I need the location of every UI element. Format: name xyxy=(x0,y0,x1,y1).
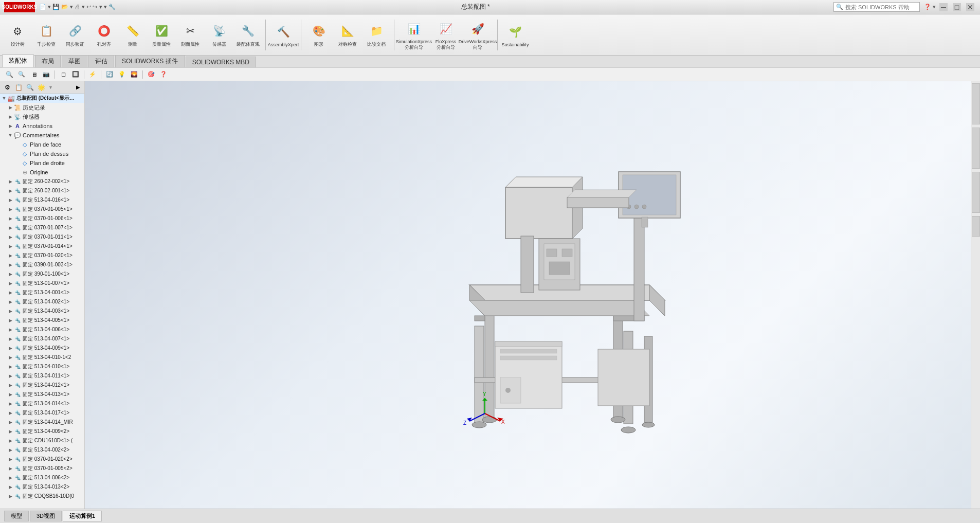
tree-root-node[interactable]: ▼ 🏭 总装配图 (Défaut<显示状态 xyxy=(0,94,84,103)
tree-history-node[interactable]: ▶ 📜 历史记录 xyxy=(0,103,84,112)
tree-part-16[interactable]: ▶ 🔩 固定 513-04-005<1> xyxy=(0,316,84,325)
right-panel-btn-1[interactable] xyxy=(972,83,980,124)
tree-part-34[interactable]: ▶ 🔩 固定 513-04-013<2> xyxy=(0,482,84,492)
tree-part-22[interactable]: ▶ 🔩 固定 513-04-011<1> xyxy=(0,371,84,381)
render-button[interactable]: 🎯 xyxy=(146,69,156,80)
tree-part-19[interactable]: ▶ 🔩 固定 513-04-009<1> xyxy=(0,344,84,353)
tree-part-33[interactable]: ▶ 🔩 固定 513-04-006<2> xyxy=(0,473,84,482)
toolbar-driveworks[interactable]: 🚀 DriveWorksXpress 向导 xyxy=(462,17,493,52)
tree-sensor-node[interactable]: ▶ 📡 传感器 xyxy=(0,112,84,121)
tree-part-18[interactable]: ▶ 🔩 固定 513-04-007<1> xyxy=(0,334,84,344)
tree-part-25[interactable]: ▶ 🔩 固定 513-04-014<1> xyxy=(0,399,84,408)
tree-part-label: 固定 260-02-001<1> xyxy=(23,187,69,194)
tree-part-3[interactable]: ▶ 🔩 固定 513-04-016<1> xyxy=(0,195,84,205)
tree-part-1[interactable]: ▶ 🔩 固定 260-02-002<1> xyxy=(0,177,84,186)
toolbar-floxpress[interactable]: 📈 FloXpress 分析向导 xyxy=(431,17,460,52)
tree-part-17[interactable]: ▶ 🔩 固定 513-04-006<1> xyxy=(0,325,84,334)
tree-part-6[interactable]: ▶ 🔩 固定 0370-01-007<1> xyxy=(0,223,84,232)
3d-viewport[interactable]: X Y Z xyxy=(85,81,971,509)
tree-plan-droite-node[interactable]: ◇ Plan de droite xyxy=(0,158,84,168)
toolbar-assembly[interactable]: 🔧 装配体直观 xyxy=(234,17,261,52)
search-box[interactable]: 🔍 xyxy=(833,2,920,12)
right-panel-btn-3[interactable] xyxy=(972,172,980,213)
toolbar-symmetry[interactable]: 📐 对称检查 xyxy=(334,17,361,52)
tree-part-15[interactable]: ▶ 🔩 固定 513-04-003<1> xyxy=(0,306,84,316)
toolbar-quality[interactable]: ✅ 质量属性 xyxy=(148,17,175,52)
tree-part-13[interactable]: ▶ 🔩 固定 513-04-001<1> xyxy=(0,288,84,297)
config-icon-btn[interactable]: 🔍 xyxy=(25,82,35,93)
search-input[interactable] xyxy=(845,4,917,10)
tree-plan-face-label: Plan de face xyxy=(30,141,61,148)
tree-part-8[interactable]: ▶ 🔩 固定 0370-01-014<1> xyxy=(0,242,84,251)
tab-3dview[interactable]: 3D视图 xyxy=(30,511,62,521)
tree-part-11[interactable]: ▶ 🔩 固定 390-01-100<1> xyxy=(0,269,84,279)
toolbar-sync[interactable]: 🔗 同步验证 xyxy=(62,17,88,52)
toolbar-check[interactable]: 📋 千步检查 xyxy=(33,17,60,52)
toolbar-sustainability[interactable]: 🌱 Sustainability xyxy=(502,17,529,52)
tab-motion[interactable]: 运动算例1 xyxy=(63,511,102,521)
sidebar-collapse-btn[interactable]: ▶ xyxy=(74,83,82,92)
tree-part-20[interactable]: ▶ 🔩 固定 513-04-010-1<2 xyxy=(0,353,84,362)
toolbar-compare[interactable]: 📁 比较文档 xyxy=(363,17,390,52)
light-button[interactable]: 💡 xyxy=(117,69,127,80)
tab-assembly[interactable]: 装配体 xyxy=(2,55,34,67)
display-style-button[interactable]: ⚡ xyxy=(87,69,98,80)
tree-plan-face-node[interactable]: ◇ Plan de face xyxy=(0,140,84,149)
tree-part-23[interactable]: ▶ 🔩 固定 513-04-012<1> xyxy=(0,381,84,390)
scene-button[interactable]: 🌄 xyxy=(129,69,139,80)
toolbar-measure[interactable]: 📏 测量 xyxy=(119,17,146,52)
tree-part-27[interactable]: ▶ 🔩 固定 513-04-014_MIR xyxy=(0,418,84,427)
tree-part-9[interactable]: ▶ 🔩 固定 0370-01-020<1> xyxy=(0,251,84,260)
tab-layout[interactable]: 布局 xyxy=(35,55,61,67)
tab-solidworks-plugins[interactable]: SOLIDWORKS 插件 xyxy=(115,55,185,67)
tab-evaluate[interactable]: 评估 xyxy=(88,55,114,67)
maximize-button[interactable]: □ xyxy=(953,3,961,11)
part-icon: 🔩 xyxy=(13,363,22,371)
tree-part-29[interactable]: ▶ 🔩 固定 CDU1610D<1> ( xyxy=(0,436,84,445)
tab-sketch[interactable]: 草图 xyxy=(62,55,87,67)
minimize-button[interactable]: ─ xyxy=(939,3,948,11)
tree-part-2[interactable]: ▶ 🔩 固定 260-02-001<1> xyxy=(0,186,84,195)
tree-part-5[interactable]: ▶ 🔩 固定 0370-01-006<1> xyxy=(0,214,84,223)
property-icon-btn[interactable]: 📋 xyxy=(13,82,24,93)
help-button[interactable]: ❓ xyxy=(158,69,169,80)
toolbar-sensor[interactable]: 📡 传感器 xyxy=(206,17,232,52)
zoom-out-button[interactable]: 🔍 xyxy=(16,69,27,80)
tree-part-7[interactable]: ▶ 🔩 固定 0370-01-011<1> xyxy=(0,232,84,242)
tree-part-24[interactable]: ▶ 🔩 固定 513-04-013<1> xyxy=(0,390,84,399)
toolbar-section[interactable]: ✂ 剖面属性 xyxy=(177,17,204,52)
tree-part-35[interactable]: ▶ 🔩 固定 CDQSB16-10D(0 xyxy=(0,492,84,501)
tree-annotations-node[interactable]: ▶ A Annotations xyxy=(0,121,84,131)
right-panel-btn-2[interactable] xyxy=(972,128,980,169)
view-3d-button[interactable]: 🔲 xyxy=(70,69,81,80)
display-icon-btn[interactable]: 🌟 xyxy=(36,82,46,93)
close-button[interactable]: ✕ xyxy=(966,3,974,11)
tree-part-26[interactable]: ▶ 🔩 固定 513-04-017<1> xyxy=(0,408,84,418)
toolbar-simulation[interactable]: 📊 SimulationXpress 分析向导 xyxy=(398,17,429,52)
toolbar-hole-align[interactable]: ⭕ 孔对齐 xyxy=(90,17,117,52)
tree-part-12[interactable]: ▶ 🔩 固定 513-01-007<1> xyxy=(0,279,84,288)
section-view-button[interactable]: ◻ xyxy=(58,69,68,80)
view-orient-button[interactable]: 📷 xyxy=(41,69,51,80)
tree-part-28[interactable]: ▶ 🔩 固定 513-04-009<2> xyxy=(0,427,84,436)
tree-origine-node[interactable]: ⊕ Origine xyxy=(0,168,84,177)
tree-plan-dessus-node[interactable]: ◇ Plan de dessus xyxy=(0,149,84,158)
tree-part-32[interactable]: ▶ 🔩 固定 0370-01-005<2> xyxy=(0,464,84,473)
tree-part-14[interactable]: ▶ 🔩 固定 513-04-002<1> xyxy=(0,297,84,306)
rotate-button[interactable]: 🔄 xyxy=(104,69,115,80)
zoom-fit-button[interactable]: 🖥 xyxy=(29,69,39,80)
tree-part-31[interactable]: ▶ 🔩 固定 0370-01-020<2> xyxy=(0,455,84,464)
tree-part-4[interactable]: ▶ 🔩 固定 0370-01-005<1> xyxy=(0,205,84,214)
toolbar-graphics[interactable]: 🎨 图形 xyxy=(305,17,332,52)
tree-part-10[interactable]: ▶ 🔩 固定 0390-01-003<1> xyxy=(0,260,84,269)
toolbar-assembly-xpert[interactable]: 🔨 AssemblyXpert xyxy=(270,17,297,52)
toolbar-design-tree[interactable]: ⚙ 设计树 xyxy=(4,17,31,52)
tree-icon-btn[interactable]: ⚙ xyxy=(2,82,12,93)
right-panel-btn-4[interactable] xyxy=(972,216,980,237)
tab-solidworks-mbd[interactable]: SOLIDWORKS MBD xyxy=(186,57,256,67)
tab-model[interactable]: 模型 xyxy=(4,511,29,521)
tree-part-21[interactable]: ▶ 🔩 固定 513-04-010<1> xyxy=(0,362,84,371)
tree-part-30[interactable]: ▶ 🔩 固定 513-04-002<2> xyxy=(0,445,84,455)
tree-commentaires-node[interactable]: ▼ 💬 Commentaires xyxy=(0,131,84,140)
zoom-in-button[interactable]: 🔍 xyxy=(4,69,14,80)
